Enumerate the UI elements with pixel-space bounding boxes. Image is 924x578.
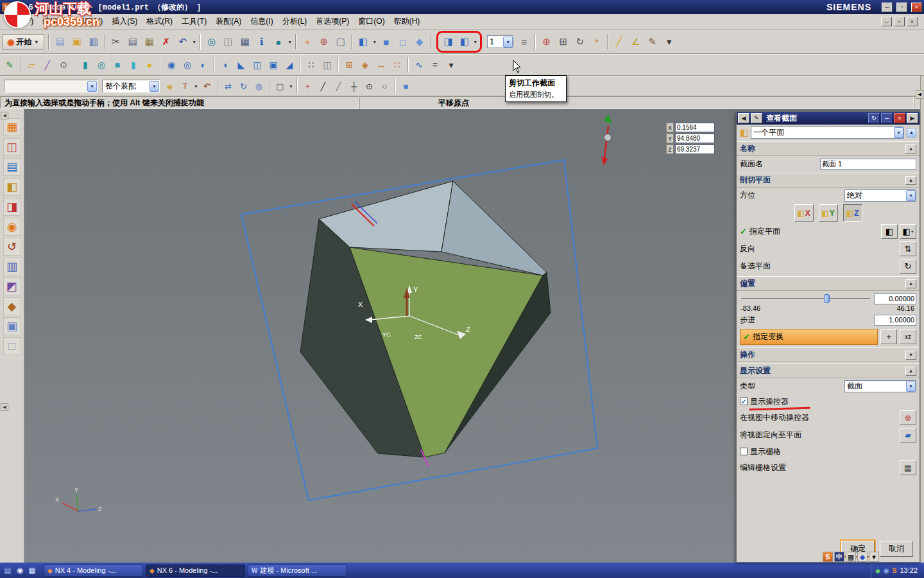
- taskbar-task-nx6[interactable]: ◆ NX 6 - Modeling -...: [146, 565, 245, 577]
- add-component-icon[interactable]: ⊞: [341, 58, 357, 72]
- mdi-restore-button[interactable]: ▫: [894, 17, 905, 26]
- selection-filter-combo[interactable]: ▾: [4, 80, 98, 92]
- dialog-titlebar[interactable]: ◀ ✎ 查看截面 ↻ ─ × ▶: [737, 112, 920, 125]
- command-finder-icon[interactable]: ◎: [203, 34, 219, 49]
- offset-section-caret-icon[interactable]: ▴: [905, 279, 916, 288]
- measure-angle-icon[interactable]: ∠: [628, 34, 644, 49]
- wcs-dynamics-icon[interactable]: ⊞: [555, 34, 571, 49]
- name-section-caret-icon[interactable]: ▴: [905, 144, 916, 153]
- roles-icon[interactable]: ◆: [3, 297, 21, 315]
- paste-icon[interactable]: ▦: [141, 34, 157, 49]
- unite-icon[interactable]: ◉: [164, 58, 179, 72]
- model-top-right-face[interactable]: [441, 181, 547, 276]
- plane-dialog-button[interactable]: ◧: [881, 224, 898, 239]
- coord-x-input[interactable]: [675, 123, 715, 132]
- menu-help[interactable]: 帮助(H): [389, 15, 425, 28]
- coord-y-input[interactable]: [675, 134, 715, 143]
- wcs-display-icon[interactable]: ⊕: [538, 34, 554, 49]
- selection-filter-dropd own-arrow[interactable]: ▾: [87, 81, 97, 92]
- plane-type-dropdown-arrow[interactable]: ▾: [894, 127, 903, 138]
- snap-quadrant-point-icon[interactable]: ○: [377, 80, 392, 92]
- sketch-icon[interactable]: ✎: [2, 58, 17, 72]
- orient-view-icon[interactable]: ◧: [355, 34, 371, 49]
- alternate-plane-button[interactable]: ↻: [900, 259, 916, 274]
- snap-mid-point-icon[interactable]: ╱: [331, 80, 346, 92]
- point-constructor-icon[interactable]: ⊕: [316, 34, 332, 49]
- window-minimize-button[interactable]: ─: [882, 3, 893, 12]
- tray-shield-icon[interactable]: ◆: [875, 567, 880, 574]
- delete-icon[interactable]: ✗: [158, 34, 174, 49]
- reverse-direction-button[interactable]: ⇅: [900, 241, 916, 256]
- menu-format[interactable]: 格式(R): [142, 15, 177, 28]
- dialog-minimize-icon[interactable]: ─: [881, 113, 893, 123]
- rectangle-select-dropdown-arrow[interactable]: ▾: [288, 83, 294, 89]
- offset-slider-thumb[interactable]: [824, 294, 830, 303]
- interpart-selection-icon[interactable]: ◈: [162, 80, 177, 92]
- show-grid-checkbox[interactable]: [740, 448, 748, 455]
- process-studio-icon[interactable]: ▥: [3, 258, 21, 276]
- expressions-icon[interactable]: =: [427, 58, 443, 72]
- taskbar-task-nx4[interactable]: ◆ NX 4 - Modeling -...: [44, 565, 143, 577]
- wcs-rotate-icon[interactable]: ↻: [572, 34, 588, 49]
- selection-scope-dropdown-arrow[interactable]: ▾: [150, 81, 159, 92]
- save-part-icon[interactable]: ▥: [85, 34, 101, 49]
- shaded-cube-icon[interactable]: ■: [398, 80, 413, 92]
- undo-icon[interactable]: ↶: [175, 34, 191, 49]
- set-plane-to-y-button[interactable]: ◧ Y: [819, 204, 838, 222]
- show-manipulator-checkbox[interactable]: ✓: [740, 398, 748, 405]
- section-drag-handle[interactable]: [601, 114, 612, 166]
- open-part-icon[interactable]: ▣: [69, 34, 85, 49]
- display-section-caret-icon[interactable]: ▴: [905, 367, 916, 376]
- more-commands-icon[interactable]: ▾: [661, 34, 677, 49]
- quick-launch-explorer-icon[interactable]: ▦: [27, 565, 37, 575]
- hd3d-tools-icon[interactable]: ◨: [3, 198, 21, 216]
- display-section-header[interactable]: 显示设置 ▴: [737, 363, 920, 378]
- menu-window[interactable]: 窗口(O): [354, 15, 389, 28]
- orientation-dropdown-arrow[interactable]: ▾: [906, 190, 916, 201]
- shell-icon[interactable]: ▣: [266, 58, 281, 72]
- dialog-expand-icon[interactable]: ▶: [907, 113, 918, 123]
- dialog-reset-icon[interactable]: ↻: [868, 113, 880, 123]
- set-plane-to-z-button[interactable]: ◧ Z: [843, 204, 862, 222]
- move-component-icon[interactable]: ↔: [373, 58, 389, 72]
- measure-distance-icon[interactable]: ╱: [611, 34, 627, 49]
- menu-insert[interactable]: 插入(S): [107, 15, 142, 28]
- wave-geometry-linker-icon[interactable]: ∿: [411, 58, 427, 72]
- draft-icon[interactable]: ◢: [282, 58, 297, 72]
- assembly-constraints-icon[interactable]: ◈: [357, 58, 373, 72]
- dialog-back-icon[interactable]: ◀: [738, 113, 749, 123]
- visualization-dropdown-arrow[interactable]: ▾: [287, 39, 293, 45]
- menu-view[interactable]: 视图(V): [73, 15, 107, 28]
- wireframe-view-icon[interactable]: □: [395, 34, 411, 49]
- snapshot-icon[interactable]: ▦: [237, 34, 253, 49]
- studio-view-icon[interactable]: ◆: [411, 34, 427, 49]
- selection-priority-icon[interactable]: T: [178, 80, 193, 92]
- orientation-combo[interactable]: 绝对 ▾: [844, 189, 916, 202]
- mdi-close-button[interactable]: ×: [907, 17, 918, 26]
- ime-tools-icon[interactable]: ◆: [857, 552, 868, 562]
- clip-work-section-icon[interactable]: ◨: [440, 34, 456, 49]
- transform-add-button[interactable]: +: [880, 329, 897, 344]
- reuse-library-icon[interactable]: ◧: [3, 178, 21, 196]
- specify-transform-highlight[interactable]: ✓ 指定变换: [740, 329, 878, 345]
- trim-body-icon[interactable]: ◫: [250, 58, 265, 72]
- system-scene-icon[interactable]: ▣: [3, 317, 21, 335]
- resource-bar-more-icon[interactable]: ◀: [1, 403, 8, 411]
- plane-section-header[interactable]: 剖切平面 ▴: [737, 173, 920, 188]
- menu-tools[interactable]: 工具(T): [177, 15, 211, 28]
- tray-network-icon[interactable]: ◉: [884, 567, 889, 574]
- rotate-view-icon[interactable]: ↻: [236, 80, 251, 92]
- right-strip-collapse-icon[interactable]: ◀: [916, 90, 923, 99]
- menu-edit[interactable]: 编辑(E): [38, 15, 73, 28]
- pattern-feature-icon[interactable]: ∷: [304, 58, 319, 72]
- rectangle-select-icon[interactable]: ▢: [273, 80, 287, 92]
- subtract-icon[interactable]: ◎: [180, 58, 195, 72]
- work-layer-combo[interactable]: ▾: [487, 35, 513, 48]
- offset-value-input[interactable]: [874, 293, 916, 304]
- step-value-input[interactable]: [874, 315, 916, 326]
- menu-file[interactable]: 文件(F): [4, 15, 38, 28]
- tray-ime-icon[interactable]: S: [893, 567, 897, 574]
- menu-information[interactable]: 信息(I): [246, 15, 277, 28]
- cancel-button[interactable]: 取消: [880, 541, 913, 557]
- quick-launch-browser-icon[interactable]: ◉: [15, 565, 25, 575]
